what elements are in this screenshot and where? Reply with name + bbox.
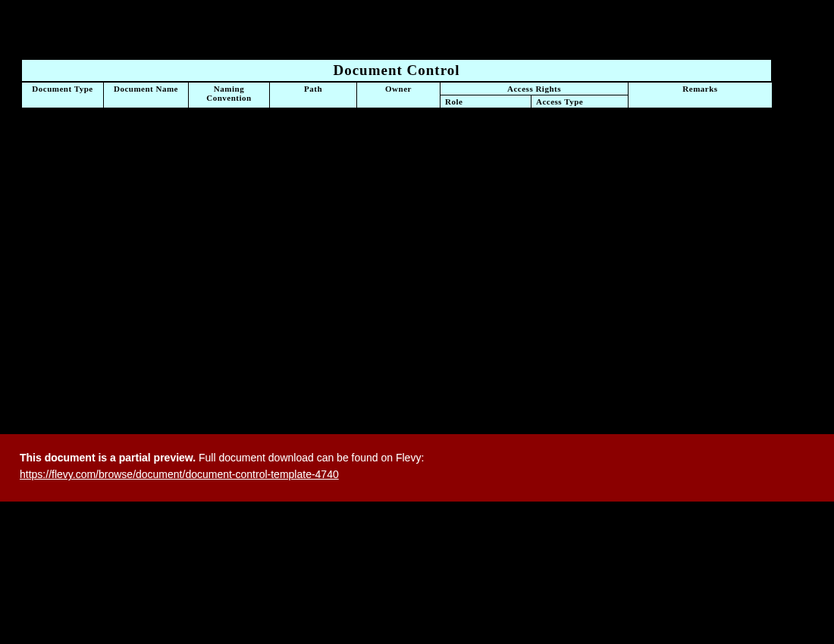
banner-link[interactable]: https://flevy.com/browse/document/docume… [20, 468, 339, 480]
header-table: Document Type Document Name Naming Conve… [21, 82, 773, 108]
header-document-type: Document Type [22, 83, 104, 108]
header-remarks: Remarks [629, 83, 773, 108]
preview-banner: This document is a partial preview. Full… [0, 434, 834, 502]
header-access-type: Access Type [531, 95, 629, 108]
header-owner: Owner [357, 83, 441, 108]
banner-bold-text: This document is a partial preview. [20, 452, 196, 464]
header-document-name: Document Name [104, 83, 189, 108]
banner-following-text: Full document download can be found on F… [196, 452, 424, 464]
header-access-rights: Access Rights [441, 83, 629, 95]
header-naming-convention: Naming Convention [189, 83, 270, 108]
document-control-table: Document Control Document Type Document … [21, 59, 772, 108]
header-path: Path [270, 83, 357, 108]
table-title: Document Control [21, 59, 772, 82]
header-role: Role [441, 95, 531, 108]
